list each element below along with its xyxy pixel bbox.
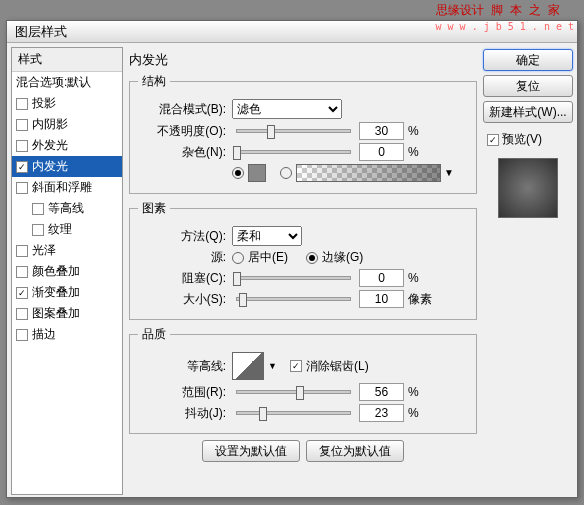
color-radio[interactable] <box>232 167 244 179</box>
checkbox-icon[interactable] <box>16 266 28 278</box>
sidebar-item-inner-shadow[interactable]: 内阴影 <box>12 114 122 135</box>
choke-input[interactable] <box>359 269 404 287</box>
jitter-slider[interactable] <box>236 411 351 415</box>
sidebar-item-stroke[interactable]: 描边 <box>12 324 122 345</box>
sidebar-item-satin[interactable]: 光泽 <box>12 240 122 261</box>
checkbox-icon[interactable] <box>16 98 28 110</box>
opacity-input[interactable] <box>359 122 404 140</box>
noise-label: 杂色(N): <box>138 144 228 161</box>
edge-radio[interactable] <box>306 252 318 264</box>
checkbox-icon[interactable] <box>16 308 28 320</box>
right-column: 确定 复位 新建样式(W)... 预览(V) <box>483 47 573 495</box>
method-select[interactable]: 柔和 <box>232 226 302 246</box>
antialias-checkbox[interactable] <box>290 360 302 372</box>
source-label: 源: <box>138 249 228 266</box>
layer-style-dialog: 图层样式 样式 混合选项:默认 投影 内阴影 外发光 内发光 斜面和浮雕 等高线… <box>6 20 578 498</box>
range-slider[interactable] <box>236 390 351 394</box>
center-radio[interactable] <box>232 252 244 264</box>
sidebar-header: 样式 <box>12 48 122 72</box>
checkbox-icon[interactable] <box>16 161 28 173</box>
sidebar-item-outer-glow[interactable]: 外发光 <box>12 135 122 156</box>
jitter-label: 抖动(J): <box>138 405 228 422</box>
noise-input[interactable] <box>359 143 404 161</box>
panel-title: 内发光 <box>129 51 477 69</box>
choke-label: 阻塞(C): <box>138 270 228 287</box>
gradient-radio[interactable] <box>280 167 292 179</box>
preview-swatch <box>498 158 558 218</box>
noise-slider[interactable] <box>236 150 351 154</box>
edge-label: 边缘(G) <box>322 249 363 266</box>
sidebar-item-color-overlay[interactable]: 颜色叠加 <box>12 261 122 282</box>
sidebar-item-drop-shadow[interactable]: 投影 <box>12 93 122 114</box>
elements-group: 图素 方法(Q): 柔和 源: 居中(E) 边缘(G) 阻塞(C): <box>129 200 477 320</box>
set-default-button[interactable]: 设置为默认值 <box>202 440 300 462</box>
center-label: 居中(E) <box>248 249 288 266</box>
size-input[interactable] <box>359 290 404 308</box>
jitter-input[interactable] <box>359 404 404 422</box>
method-label: 方法(Q): <box>138 228 228 245</box>
opacity-slider[interactable] <box>236 129 351 133</box>
size-label: 大小(S): <box>138 291 228 308</box>
reset-button[interactable]: 复位 <box>483 75 573 97</box>
color-swatch[interactable] <box>248 164 266 182</box>
sidebar-item-inner-glow[interactable]: 内发光 <box>12 156 122 177</box>
new-style-button[interactable]: 新建样式(W)... <box>483 101 573 123</box>
reset-default-button[interactable]: 复位为默认值 <box>306 440 404 462</box>
pct-label: % <box>408 406 419 420</box>
style-list: 样式 混合选项:默认 投影 内阴影 外发光 内发光 斜面和浮雕 等高线 纹理 光… <box>11 47 123 495</box>
blend-mode-select[interactable]: 滤色 <box>232 99 342 119</box>
sidebar-item-texture[interactable]: 纹理 <box>12 219 122 240</box>
sidebar-item-gradient-overlay[interactable]: 渐变叠加 <box>12 282 122 303</box>
structure-group: 结构 混合模式(B): 滤色 不透明度(O): % 杂色(N): % <box>129 73 477 194</box>
range-label: 范围(R): <box>138 384 228 401</box>
checkbox-icon[interactable] <box>16 182 28 194</box>
elements-legend: 图素 <box>138 200 170 217</box>
sidebar-item-contour[interactable]: 等高线 <box>12 198 122 219</box>
sidebar-item-bevel[interactable]: 斜面和浮雕 <box>12 177 122 198</box>
quality-legend: 品质 <box>138 326 170 343</box>
sidebar-item-pattern-overlay[interactable]: 图案叠加 <box>12 303 122 324</box>
checkbox-icon[interactable] <box>16 287 28 299</box>
preview-label: 预览(V) <box>502 131 542 148</box>
ok-button[interactable]: 确定 <box>483 49 573 71</box>
checkbox-icon[interactable] <box>16 245 28 257</box>
pct-label: % <box>408 145 419 159</box>
checkbox-icon[interactable] <box>16 140 28 152</box>
size-slider[interactable] <box>236 297 351 301</box>
contour-label: 等高线: <box>138 358 228 375</box>
preview-checkbox[interactable] <box>487 134 499 146</box>
opacity-label: 不透明度(O): <box>138 123 228 140</box>
blend-mode-label: 混合模式(B): <box>138 101 228 118</box>
checkbox-icon[interactable] <box>32 203 44 215</box>
gradient-picker[interactable] <box>296 164 441 182</box>
checkbox-icon[interactable] <box>32 224 44 236</box>
quality-group: 品质 等高线: 消除锯齿(L) 范围(R): % 抖动(J): <box>129 326 477 434</box>
pct-label: % <box>408 385 419 399</box>
px-label: 像素 <box>408 291 432 308</box>
choke-slider[interactable] <box>236 276 351 280</box>
checkbox-icon[interactable] <box>16 119 28 131</box>
structure-legend: 结构 <box>138 73 170 90</box>
watermark: 思缘设计 脚 本 之 家w w w . j b 5 1 . n e t <box>436 2 574 33</box>
range-input[interactable] <box>359 383 404 401</box>
checkbox-icon[interactable] <box>16 329 28 341</box>
pct-label: % <box>408 271 419 285</box>
sidebar-item-blend[interactable]: 混合选项:默认 <box>12 72 122 93</box>
antialias-label: 消除锯齿(L) <box>306 358 369 375</box>
contour-picker[interactable] <box>232 352 264 380</box>
pct-label: % <box>408 124 419 138</box>
settings-panel: 内发光 结构 混合模式(B): 滤色 不透明度(O): % 杂色(N): <box>127 47 479 495</box>
